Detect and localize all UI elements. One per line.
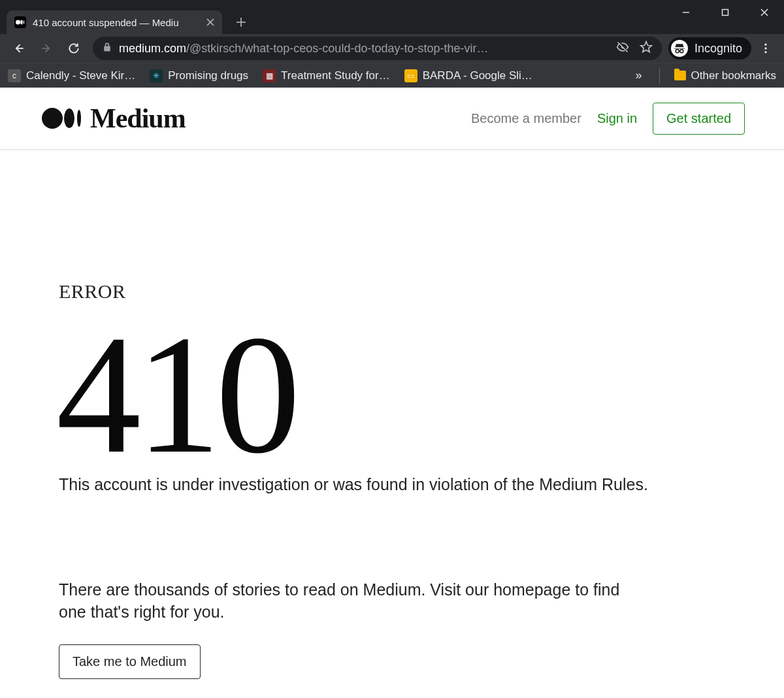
medium-favicon-icon	[14, 16, 26, 28]
bookmark-calendly[interactable]: c Calendly - Steve Kir…	[8, 69, 135, 82]
incognito-label: Incognito	[694, 42, 742, 56]
omnibox-url: medium.com/@stkirsch/what-top-ceos-could…	[119, 42, 610, 56]
medium-logo[interactable]: Medium	[42, 103, 186, 134]
error-message: This account is under investigation or w…	[59, 475, 725, 494]
svg-point-2	[24, 20, 24, 24]
bookmarks-bar: c Calendly - Steve Kir… ✳ Promising drug…	[0, 63, 784, 88]
window-close-button[interactable]	[745, 0, 784, 25]
error-label: ERROR	[59, 280, 725, 303]
medium-wordmark: Medium	[90, 103, 186, 134]
error-content: ERROR 410 This account is under investig…	[0, 280, 784, 679]
bookmarks-divider	[659, 68, 660, 84]
url-domain: medium.com	[119, 42, 186, 56]
reload-button[interactable]	[61, 36, 86, 61]
browser-menu-button[interactable]	[754, 42, 777, 55]
omnibox-actions	[616, 41, 653, 57]
bookmark-label: Promising drugs	[168, 69, 248, 82]
error-code: 410	[56, 309, 725, 479]
bookmark-treatment-study[interactable]: ▦ Treatment Study for…	[263, 69, 390, 82]
url-path: /@stkirsch/what-top-ceos-could-do-today-…	[186, 42, 488, 56]
signin-link[interactable]: Sign in	[597, 111, 637, 126]
error-subtext: There are thousands of stories to read o…	[59, 579, 634, 623]
take-me-to-medium-button[interactable]: Take me to Medium	[59, 644, 201, 679]
lock-icon	[102, 42, 112, 56]
svg-point-15	[680, 50, 683, 53]
other-bookmarks-button[interactable]: Other bookmarks	[674, 69, 776, 82]
bookmark-label: Treatment Study for…	[281, 69, 390, 82]
page-content: Medium Become a member Sign in Get start…	[0, 88, 784, 679]
back-button[interactable]	[7, 36, 31, 61]
window-minimize-button[interactable]	[666, 0, 706, 25]
svg-point-17	[764, 44, 766, 46]
star-icon[interactable]	[640, 41, 653, 57]
svg-point-21	[64, 108, 74, 128]
window-controls	[666, 0, 784, 25]
bookmark-label: Calendly - Steve Kir…	[26, 69, 135, 82]
bookmark-icon: c	[8, 69, 21, 82]
bookmark-barda[interactable]: ▭ BARDA - Google Sli…	[404, 69, 532, 82]
bookmark-promising-drugs[interactable]: ✳ Promising drugs	[150, 69, 248, 82]
svg-point-1	[20, 20, 23, 25]
incognito-badge[interactable]: Incognito	[668, 37, 751, 59]
bookmarks-overflow-button[interactable]: »	[633, 69, 645, 82]
svg-point-0	[16, 20, 20, 25]
folder-icon	[674, 71, 686, 80]
become-member-link[interactable]: Become a member	[471, 111, 581, 126]
navbar-right: Become a member Sign in Get started	[471, 103, 745, 135]
other-bookmarks-label: Other bookmarks	[691, 69, 776, 82]
svg-marker-13	[641, 41, 652, 52]
tab-bar: 410 account suspended — Mediu	[0, 0, 784, 34]
site-navbar: Medium Become a member Sign in Get start…	[0, 88, 784, 150]
incognito-icon	[671, 40, 688, 57]
new-tab-button[interactable]	[231, 12, 251, 32]
svg-point-14	[676, 50, 679, 53]
browser-tab[interactable]: 410 account suspended — Mediu	[7, 10, 222, 34]
bookmark-icon: ▭	[404, 69, 417, 82]
bookmark-icon: ▦	[263, 69, 276, 82]
svg-point-20	[42, 108, 63, 129]
window-maximize-button[interactable]	[706, 0, 745, 25]
tab-close-button[interactable]	[205, 17, 216, 27]
svg-point-22	[77, 110, 81, 127]
address-bar[interactable]: medium.com/@stkirsch/what-top-ceos-could…	[93, 37, 662, 60]
svg-point-18	[764, 47, 766, 49]
browser-chrome: 410 account suspended — Mediu medium.com…	[0, 0, 784, 88]
browser-toolbar: medium.com/@stkirsch/what-top-ceos-could…	[0, 34, 784, 63]
bookmark-label: BARDA - Google Sli…	[423, 69, 532, 82]
tab-title: 410 account suspended — Mediu	[33, 17, 199, 28]
get-started-button[interactable]: Get started	[653, 103, 745, 135]
svg-rect-8	[723, 10, 728, 16]
medium-logo-icon	[42, 105, 88, 131]
bookmark-icon: ✳	[150, 69, 163, 82]
eye-off-icon[interactable]	[616, 41, 629, 57]
svg-point-19	[764, 51, 766, 53]
forward-button[interactable]	[34, 36, 59, 61]
